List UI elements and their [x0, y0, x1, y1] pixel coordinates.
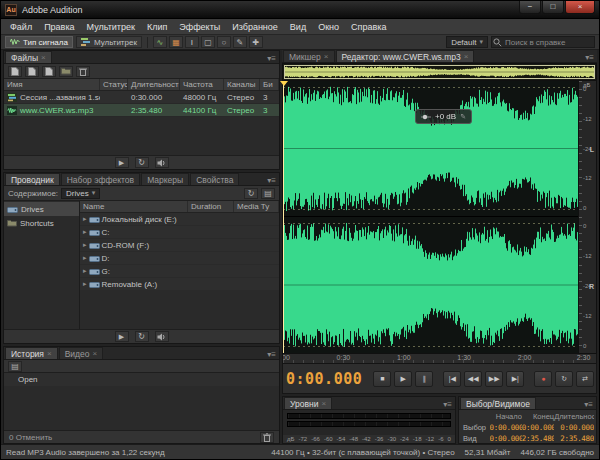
level-meter[interactable]	[283, 410, 455, 435]
media-browser-icon[interactable]	[59, 66, 73, 77]
menu-избранное[interactable]: Избранное	[226, 20, 284, 34]
maximize-button[interactable]: □	[542, 1, 564, 14]
tab-проводник[interactable]: Проводник	[5, 173, 60, 185]
expand-icon[interactable]: ▸	[83, 267, 87, 275]
tree-item-drives[interactable]: Drives	[4, 202, 79, 216]
loop-button[interactable]: ↻	[555, 371, 573, 387]
panel-menu-icon[interactable]: ▾≡	[264, 54, 279, 63]
brush-tool-icon[interactable]: ✎	[233, 36, 247, 48]
close-icon[interactable]: ×	[321, 400, 326, 408]
gain-hud[interactable]: +0 dB ✎	[415, 109, 472, 124]
menu-окно[interactable]: Окно	[312, 20, 345, 34]
close-icon[interactable]: ×	[324, 53, 329, 61]
waveform-display-icon[interactable]: ∿	[153, 36, 167, 48]
refresh-icon[interactable]: ↻	[244, 188, 258, 199]
selection-value[interactable]: 0:00.000	[522, 423, 554, 432]
column-header-2[interactable]: Длительность	[128, 79, 180, 90]
tab-свойства[interactable]: Свойства	[190, 173, 239, 185]
expand-icon[interactable]: ▸	[83, 228, 87, 236]
drive-item[interactable]: ▸D:	[80, 252, 279, 265]
drive-item[interactable]: ▸G:	[80, 265, 279, 278]
rewind-button[interactable]: ◀◀	[464, 371, 482, 387]
panel-menu-icon[interactable]: ▾≡	[582, 53, 597, 62]
hud-edit-icon[interactable]: ✎	[460, 113, 466, 121]
lasso-tool-icon[interactable]: ○	[217, 36, 231, 48]
record-button[interactable]: ●	[534, 371, 552, 387]
time-selection-tool-icon[interactable]: I	[185, 36, 199, 48]
expand-icon[interactable]: ▸	[83, 215, 87, 223]
menu-правка[interactable]: Правка	[38, 20, 80, 34]
timecode-display[interactable]: 0:00.000	[286, 370, 362, 388]
expand-icon[interactable]: ▸	[83, 280, 87, 288]
tab-видео[interactable]: Видео×	[59, 347, 104, 359]
tab-маркеры[interactable]: Маркеры	[141, 173, 189, 185]
file-row[interactable]: Сессия ...азвания 1.sesx0:30.00048000 Гц…	[4, 91, 279, 104]
waveform-view-button[interactable]: Тип сигнала	[5, 36, 73, 48]
amplitude-ruler[interactable]: дБ 0-12-24-120L0-12-24-120R	[578, 81, 596, 353]
column-header-1[interactable]: Статус	[100, 79, 128, 90]
navigator-view-frame[interactable]	[284, 65, 595, 79]
menu-клип[interactable]: Клип	[141, 20, 173, 34]
skip-selection-button[interactable]: ⇄	[576, 371, 594, 387]
skip-forward-button[interactable]: ▶|	[506, 371, 524, 387]
expand-icon[interactable]: ▸	[83, 241, 87, 249]
content-dropdown[interactable]: Drives ▾	[61, 188, 100, 199]
selection-value[interactable]: 0:00.000	[490, 434, 522, 443]
timeline-ruler[interactable]: 0:000:301:001:302:002:30	[282, 354, 597, 364]
column-header-media-ty[interactable]: Media Ty	[234, 201, 279, 212]
tab-files[interactable]: Файлы×	[5, 51, 52, 63]
new-file-icon[interactable]	[42, 66, 56, 77]
import-file-icon[interactable]	[8, 66, 22, 77]
panel-menu-icon[interactable]: ▾≡	[264, 176, 279, 185]
menu-файл[interactable]: Файл	[4, 20, 38, 34]
loop-icon[interactable]: ↻	[135, 157, 149, 168]
menu-мультитрек[interactable]: Мультитрек	[81, 20, 141, 34]
loop-icon[interactable]: ↻	[135, 331, 149, 342]
column-header-5[interactable]: Би	[260, 79, 279, 90]
snapshot-icon[interactable]: ▤	[8, 361, 22, 372]
drive-item[interactable]: ▸Локальный диск (E:)	[80, 213, 279, 226]
tree-item-shortcuts[interactable]: Shortcuts	[4, 216, 79, 230]
close-icon[interactable]: ×	[47, 350, 52, 358]
minimize-button[interactable]: −	[519, 1, 541, 14]
fast-forward-button[interactable]: ▶▶	[485, 371, 503, 387]
waveform-right-channel[interactable]	[283, 217, 578, 353]
menu-справка[interactable]: Справка	[345, 20, 392, 34]
selection-value[interactable]: 2:35.480	[522, 434, 554, 443]
preview-volume-icon[interactable]	[155, 157, 169, 168]
column-header-duration[interactable]: Duration	[188, 201, 234, 212]
panel-menu-icon[interactable]: ▾≡	[264, 350, 279, 359]
pause-button[interactable]: ∥	[415, 371, 433, 387]
waveform-left-channel[interactable]	[283, 81, 578, 216]
selection-value[interactable]: 0:00.000	[554, 423, 594, 432]
panel-menu-icon[interactable]: ▾≡	[581, 400, 596, 409]
tab-editor[interactable]: Редактор: www.CWER.ws.mp3×	[336, 50, 475, 62]
close-button[interactable]: ×	[565, 1, 595, 14]
open-file-icon[interactable]	[25, 66, 39, 77]
column-header-0[interactable]: Имя	[4, 79, 100, 90]
play-button[interactable]: ▶	[394, 371, 412, 387]
expand-icon[interactable]: ▸	[83, 254, 87, 262]
close-icon[interactable]: ×	[464, 53, 469, 61]
file-row[interactable]: www.CWER.ws.mp32:35.48044100 ГцСтерео3	[4, 104, 279, 117]
tab-selection-view[interactable]: Выбор/Видимое	[460, 397, 536, 409]
stop-button[interactable]: ■	[373, 371, 391, 387]
search-input[interactable]	[491, 36, 595, 48]
history-item[interactable]: Open	[4, 373, 279, 386]
play-icon[interactable]: ▶	[115, 157, 129, 168]
panel-menu-icon[interactable]: ▾≡	[440, 400, 455, 409]
marquee-tool-icon[interactable]: ▢	[201, 36, 215, 48]
selection-value[interactable]: 2:35.480	[554, 434, 594, 443]
tab-mixer[interactable]: Микшер×	[283, 50, 335, 62]
column-header-name[interactable]: Name	[80, 201, 188, 212]
trash-icon[interactable]	[76, 66, 90, 77]
selection-value[interactable]: 0:00.000	[490, 423, 522, 432]
tab-история[interactable]: История×	[5, 347, 58, 359]
playhead[interactable]	[283, 81, 284, 353]
preview-volume-icon[interactable]	[155, 331, 169, 342]
tab-набор-эффектов[interactable]: Набор эффектов	[61, 173, 140, 185]
workspace-dropdown[interactable]: Default ▾	[446, 36, 488, 48]
heal-tool-icon[interactable]: ✚	[249, 36, 263, 48]
tab-levels[interactable]: Уровни×	[284, 397, 332, 409]
close-icon[interactable]: ×	[41, 54, 46, 62]
